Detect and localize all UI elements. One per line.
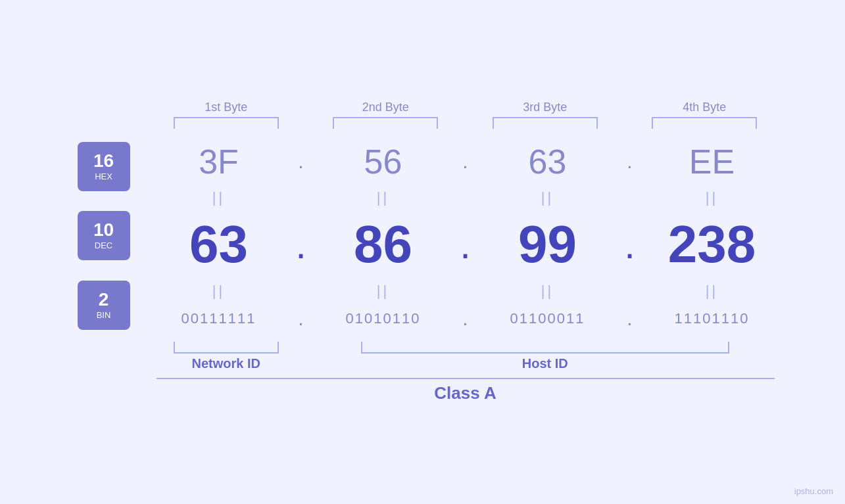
top-bracket-2 (306, 117, 466, 129)
top-bracket-4 (625, 117, 785, 129)
dec-val-1: 63 (147, 214, 291, 275)
hex-base-label: HEX (95, 172, 112, 181)
host-bracket-line (361, 342, 729, 354)
bin-badge: 2 BIN (78, 281, 130, 330)
hex-val-4: EE (640, 142, 785, 181)
id-labels-row: Network ID Host ID (61, 356, 785, 371)
bracket-top-line-3 (493, 117, 598, 129)
dot-bin-1: . (291, 308, 311, 330)
dec-val-4: 238 (640, 214, 785, 275)
dot-bin-3: . (620, 308, 640, 330)
bottom-brackets-row (61, 342, 785, 354)
dec-values-row: 63 . 86 . 99 . 238 (147, 208, 785, 281)
equals-2-3: || (475, 283, 620, 300)
bin-val-3: 01100011 (475, 310, 620, 327)
hex-values-row: 3F . 56 . 63 . EE (147, 135, 785, 188)
equals-2-1: || (147, 283, 291, 300)
class-label: Class A (434, 383, 496, 403)
bracket-top-line-1 (174, 117, 279, 129)
hex-base-number: 16 (93, 152, 114, 170)
top-bracket-3 (466, 117, 625, 129)
byte-header-2: 2nd Byte (306, 101, 466, 114)
host-bracket-wrap (306, 342, 785, 354)
dot-dec-3: . (620, 222, 640, 267)
hex-badge: 16 HEX (78, 142, 130, 191)
watermark: ipshu.com (794, 486, 833, 496)
top-brackets-row (61, 117, 785, 129)
bracket-top-line-4 (652, 117, 757, 129)
base-labels-column: 16 HEX 10 DEC 2 BIN (61, 135, 147, 336)
byte-header-1: 1st Byte (147, 101, 306, 114)
eq-spacer-5 (456, 283, 475, 300)
equals-1-1: || (147, 189, 291, 206)
network-id-label: Network ID (147, 356, 306, 371)
dot-dec-1: . (291, 222, 311, 267)
equals-1-3: || (475, 189, 620, 206)
bin-val-2: 01010110 (311, 310, 456, 327)
eq-spacer-6 (620, 283, 640, 300)
dec-badge: 10 DEC (78, 211, 130, 260)
dot-hex-1: . (291, 150, 311, 173)
host-id-label: Host ID (306, 356, 785, 371)
network-bracket-wrap (147, 342, 306, 354)
bin-base-number: 2 (99, 290, 109, 309)
hex-val-1: 3F (147, 142, 291, 181)
equals-2-4: || (640, 283, 785, 300)
bin-values-row: 00111111 . 01010110 . 01100011 . 1110111… (147, 301, 785, 336)
equals-1-2: || (311, 189, 456, 206)
equals-row-2: || || || || (147, 281, 785, 301)
eq-spacer-2 (456, 189, 475, 206)
dot-hex-2: . (456, 150, 475, 173)
dot-hex-3: . (620, 150, 640, 173)
dec-base-number: 10 (93, 221, 114, 239)
top-bracket-1 (147, 117, 306, 129)
dot-dec-2: . (456, 222, 475, 267)
bracket-top-line-2 (333, 117, 438, 129)
network-bracket-line (174, 342, 279, 354)
bin-val-4: 11101110 (640, 310, 785, 327)
dec-val-3: 99 (475, 214, 620, 275)
class-row: Class A (61, 378, 785, 403)
dec-val-2: 86 (311, 214, 456, 275)
equals-2-2: || (311, 283, 456, 300)
bin-base-label: BIN (97, 310, 111, 320)
eq-spacer-3 (620, 189, 640, 206)
eq-spacer-1 (291, 189, 311, 206)
bin-val-1: 00111111 (147, 310, 291, 327)
byte-headers-row: 1st Byte 2nd Byte 3rd Byte 4th Byte (61, 101, 785, 114)
equals-row-1: || || || || (147, 188, 785, 208)
hex-val-3: 63 (475, 142, 620, 181)
byte-header-4: 4th Byte (625, 101, 785, 114)
main-values-area: 16 HEX 10 DEC 2 BIN 3F . 56 . 63 . EE (61, 135, 785, 336)
equals-1-4: || (640, 189, 785, 206)
class-separator-line (157, 378, 775, 379)
main-container: 1st Byte 2nd Byte 3rd Byte 4th Byte 16 H… (61, 101, 785, 403)
eq-spacer-4 (291, 283, 311, 300)
hex-val-2: 56 (311, 142, 456, 181)
byte-header-3: 3rd Byte (466, 101, 625, 114)
dot-bin-2: . (456, 308, 475, 330)
dec-base-label: DEC (95, 241, 112, 250)
values-grid: 3F . 56 . 63 . EE || || || || 63 (147, 135, 785, 336)
